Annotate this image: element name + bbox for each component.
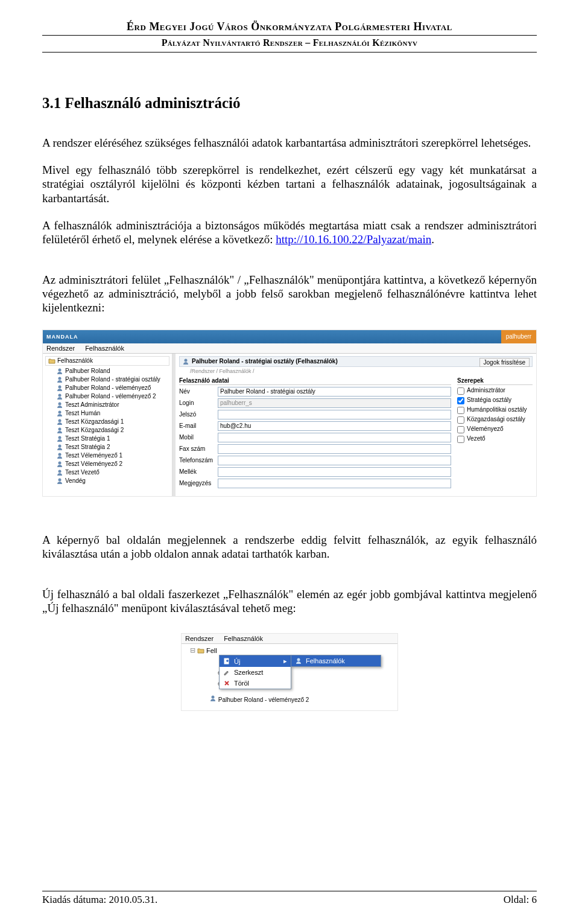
tree-item[interactable]: Teszt Stratégia 2 [45,443,169,451]
tree-item[interactable]: Teszt Közgazdasági 2 [45,426,169,435]
user-icon [56,427,63,434]
jogok-frissitese-button[interactable]: Jogok frissítése [479,358,530,367]
tree2-folder-label: Fell [206,647,217,654]
tree-item-label: Palhuber Roland - stratégiai osztály [65,376,160,383]
tree-item[interactable]: Palhuber Roland - véleményező [45,384,169,392]
breadcrumb: /Rendszer / Felhasználók / [179,367,533,377]
tree-item[interactable]: Vendég [45,477,169,485]
delete-icon [223,680,230,687]
menu2-rendszer[interactable]: Rendszer [185,635,214,642]
tree-item[interactable]: Palhuber Roland [45,367,169,375]
role-checkbox[interactable] [457,426,464,433]
tree-item[interactable]: Teszt Stratégia 1 [45,435,169,443]
role-row: Véleményező [457,425,533,433]
ctx-item-uj[interactable]: Új ▸ [220,655,291,667]
tree-item[interactable]: Teszt Közgazdasági 1 [45,418,169,426]
edit-icon [223,669,230,676]
user-icon [182,358,189,365]
svg-point-11 [59,461,62,464]
role-row: Közgazdasági osztály [457,416,533,424]
tree2-folder[interactable]: ⊟ Fell [190,646,396,655]
label-megjegyzes: Megjegyzés [179,480,218,486]
role-row: Vezető [457,435,533,443]
tree-root-felhasznalok[interactable]: Felhasználók [45,356,169,366]
label-login: Login [179,400,218,406]
user-tree: Felhasználók Palhuber RolandPalhuber Rol… [43,354,172,496]
current-user-badge[interactable]: palhuberr [501,330,536,343]
section-title: 3.1 Felhasználó adminisztráció [42,95,537,112]
tree-item-label: Teszt Stratégia 1 [65,435,110,442]
input-jelszo[interactable] [218,410,451,419]
arrow-right-icon: ▸ [283,657,287,665]
svg-point-17 [297,658,300,661]
role-label: Adminisztrátor [467,387,505,393]
user-icon [56,477,63,485]
tree-item[interactable]: Teszt Véleményező 2 [45,460,169,468]
page-header-line2: Pályázat Nyilvántartó Rendszer – Felhasz… [42,37,537,53]
svg-point-3 [59,393,62,397]
role-checkbox[interactable] [457,407,464,414]
tree-item[interactable]: Teszt Véleményező 1 [45,451,169,460]
tree-item[interactable]: Teszt Adminisztrátor [45,401,169,409]
paragraph-3-text-b: . [431,233,434,246]
tree-item-label: Teszt Vezető [65,469,100,476]
input-fax[interactable] [218,444,451,454]
submenu-felhasznalok[interactable]: Felhasználók [291,655,381,666]
user-icon [56,393,63,400]
tree-item-label: Teszt Közgazdasági 1 [65,418,124,425]
tree-item-label: Palhuber Roland - véleményező [65,384,151,391]
label-fax: Fax szám [179,445,218,452]
menu-rendszer[interactable]: Rendszer [46,345,75,352]
svg-point-4 [59,402,62,405]
ctx-item-szerkeszt[interactable]: Szerkeszt [220,667,291,678]
footer-page: Oldal: 6 [504,894,537,906]
bg-text-3: Palhuber Roland - véleményező 2 [209,695,309,703]
detail-titlebar: Palhuber Roland - stratégiai osztály (Fe… [179,356,533,367]
input-email[interactable] [218,421,451,431]
folder-icon [48,357,55,365]
role-row: Stratégia osztály [457,397,533,404]
form-header: Felasználó adatai [179,377,451,385]
tree-item[interactable]: Palhuber Roland - stratégiai osztály [45,375,169,384]
app-logo: MANDALA [43,330,127,343]
tree-item-label: Vendég [65,477,86,484]
tree-root-label: Felhasználók [57,357,93,364]
role-checkbox[interactable] [457,436,464,443]
user-icon [56,410,63,417]
svg-point-0 [59,368,62,371]
user-icon [56,376,63,383]
paragraph-2: Mivel egy felhasználó több szerepkörrel … [42,163,537,205]
paragraph-1: A rendszer eléréséhez szükséges felhaszn… [42,136,537,150]
tree-item[interactable]: Teszt Humán [45,409,169,418]
role-checkbox[interactable] [457,387,464,395]
label-jelszo: Jelszó [179,411,218,418]
role-label: Véleményező [467,425,504,432]
input-telefon[interactable] [218,456,451,465]
admin-link[interactable]: http://10.16.100.22/Palyazat/main [276,233,431,246]
user-icon [56,368,63,375]
svg-point-2 [59,385,62,388]
user-icon [56,452,63,459]
ctx-item-torol[interactable]: Töröl [220,678,291,689]
role-checkbox[interactable] [457,397,464,404]
menu-felhasznalok[interactable]: Felhasználók [85,345,124,352]
tree-item-label: Teszt Véleményező 2 [65,460,122,467]
label-mobil: Mobil [179,434,218,441]
role-label: Vezető [467,435,486,442]
tree-item[interactable]: Palhuber Roland - véleményező 2 [45,392,169,401]
svg-point-9 [59,444,62,447]
input-login[interactable] [218,398,451,408]
user-icon [56,384,63,392]
context-menu: Új ▸ Szerkeszt Töröl [219,655,291,689]
input-megjegyzes[interactable] [218,479,451,488]
menubar: Rendszer Felhasználók [43,343,536,354]
input-mobil[interactable] [218,433,451,442]
role-checkbox[interactable] [457,416,464,424]
detail-title: Palhuber Roland - stratégiai osztály (Fe… [192,358,338,365]
user-icon [56,460,63,468]
input-nev[interactable] [218,387,451,397]
input-mellek[interactable] [218,467,451,477]
paragraph-4: Az adminisztrátori felület „Felhasználók… [42,273,537,315]
tree-item[interactable]: Teszt Vezető [45,468,169,477]
menu2-felhasznalok[interactable]: Felhasználók [224,635,263,642]
